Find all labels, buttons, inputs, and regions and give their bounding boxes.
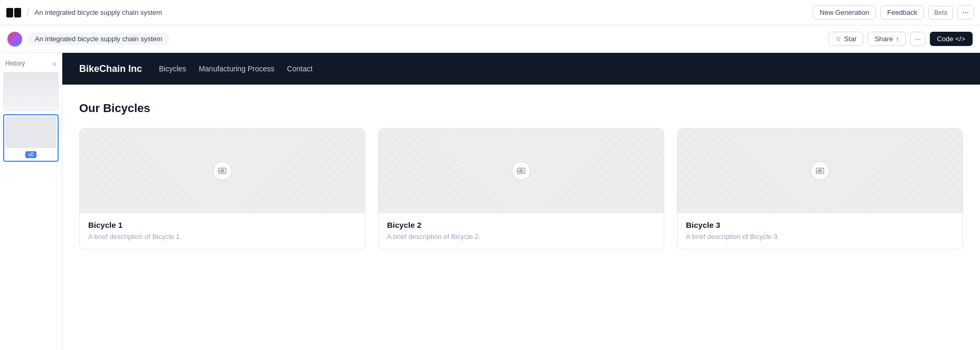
bike-card-image-2 [379, 128, 664, 213]
bike-card-3: Bicycle 3 A brief description of Bicycle… [677, 128, 963, 250]
bike-card-body-2: Bicycle 2 A brief description of Bicycle… [379, 213, 664, 249]
app-logo [6, 7, 21, 18]
bike-nav-links: Bicycles Manufacturing Process Contact [159, 65, 313, 73]
bike-name-1: Bicycle 1 [88, 220, 356, 229]
more-button[interactable]: ··· [910, 32, 926, 46]
second-bar: An integrated bicycle supply chain syste… [0, 25, 980, 53]
top-bar-actions: New Generation Feedback Beta ⋯ [813, 5, 974, 20]
star-button[interactable]: ☆ Star [828, 32, 864, 46]
bike-name-3: Bicycle 3 [686, 220, 954, 229]
bike-desc-1: A brief description of Bicycle 1. [88, 233, 356, 241]
dots-icon: ⋯ [962, 8, 969, 16]
bike-image-placeholder-3 [677, 128, 963, 213]
new-generation-button[interactable]: New Generation [813, 5, 876, 20]
nav-link-bicycles[interactable]: Bicycles [159, 65, 186, 73]
thumbnail-placeholder [4, 72, 58, 110]
bike-card-1: Bicycle 1 A brief description of Bicycle… [79, 128, 365, 250]
sidebar-title: History [5, 60, 25, 67]
bike-navbar: BikeChain Inc Bicycles Manufacturing Pro… [62, 53, 980, 85]
sidebar-header: History « [3, 57, 59, 72]
bike-card-2: Bicycle 2 A brief description of Bicycle… [378, 128, 664, 250]
preview-area: BikeChain Inc Bicycles Manufacturing Pro… [62, 53, 980, 350]
active-thumbnail [5, 116, 56, 148]
active-thumbnail-img [5, 116, 56, 148]
sidebar-collapse-button[interactable]: « [52, 59, 56, 68]
preview-frame: BikeChain Inc Bicycles Manufacturing Pro… [62, 53, 980, 350]
image-icon-3 [811, 161, 830, 180]
code-button[interactable]: Code </> [930, 32, 973, 46]
bicycles-section: Our Bicycles [62, 85, 980, 266]
version-badge: v0 [25, 151, 36, 158]
share-icon: ↑ [896, 35, 899, 43]
history-thumbnail [3, 72, 59, 111]
bikes-grid: Bicycle 1 A brief description of Bicycle… [79, 128, 963, 250]
svg-rect-1 [14, 8, 21, 17]
project-icon [7, 32, 22, 47]
bike-image-placeholder-1 [80, 128, 365, 213]
bike-card-body-3: Bicycle 3 A brief description of Bicycle… [677, 213, 963, 249]
bicycles-heading: Our Bicycles [79, 102, 963, 115]
history-item-active[interactable]: v0 [3, 114, 59, 162]
top-menu-dots-button[interactable]: ⋯ [957, 5, 974, 20]
second-bar-actions: ☆ Star Share ↑ ··· Code </> [828, 32, 973, 46]
nav-link-contact[interactable]: Contact [287, 65, 313, 73]
nav-link-manufacturing[interactable]: Manufacturing Process [199, 65, 274, 73]
app-title: An integrated bicycle supply chain syste… [35, 8, 808, 16]
svg-rect-0 [6, 8, 13, 17]
thumbnail-image [4, 72, 58, 110]
bike-image-placeholder-2 [379, 128, 664, 213]
main-layout: History « v0 BikeChain Inc Bicycles [0, 53, 980, 350]
beta-button[interactable]: Beta [928, 6, 953, 20]
bike-card-body-1: Bicycle 1 A brief description of Bicycle… [80, 213, 365, 249]
image-icon-2 [512, 161, 531, 180]
bike-card-image-3 [677, 128, 963, 213]
bike-card-image-1 [80, 128, 365, 213]
bike-brand: BikeChain Inc [79, 63, 142, 75]
image-icon-1 [213, 161, 232, 180]
bike-name-2: Bicycle 2 [387, 220, 655, 229]
bike-desc-2: A brief description of Bicycle 2. [387, 233, 655, 241]
share-button[interactable]: Share ↑ [868, 32, 906, 46]
breadcrumb-divider: / [26, 7, 30, 18]
project-title-chip: An integrated bicycle supply chain syste… [27, 33, 169, 45]
top-bar: / An integrated bicycle supply chain sys… [0, 0, 980, 25]
sidebar: History « v0 [0, 53, 62, 350]
star-icon: ☆ [835, 35, 842, 43]
feedback-button[interactable]: Feedback [880, 5, 924, 20]
bike-desc-3: A brief description of Bicycle 3. [686, 233, 954, 241]
